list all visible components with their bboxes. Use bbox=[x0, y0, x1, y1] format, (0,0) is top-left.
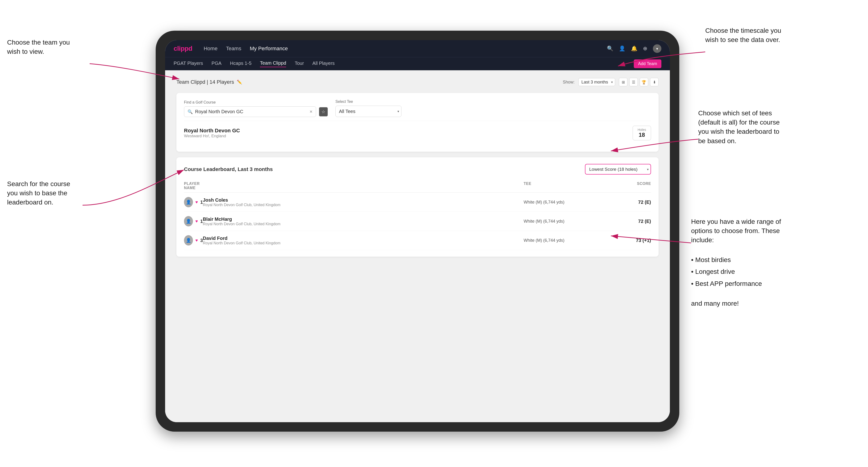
settings-icon[interactable]: ⊕ bbox=[643, 45, 647, 52]
download-button[interactable]: ⬇ bbox=[650, 78, 658, 86]
player-info-1: Josh Coles Royal North Devon Golf Club, … bbox=[203, 197, 524, 207]
course-result-location: Westward Ho!, England bbox=[184, 134, 240, 138]
person-icon[interactable]: 👤 bbox=[619, 45, 625, 52]
nav-icons: 🔍 👤 🔔 ⊕ ▾ bbox=[607, 44, 661, 53]
score-header: SCORE bbox=[604, 182, 651, 190]
course-search-input[interactable] bbox=[195, 109, 307, 115]
favorite-button[interactable]: ☆ bbox=[319, 107, 328, 117]
score-cell-2: 72 (E) bbox=[604, 219, 651, 224]
annotation-top-left: Choose the team youwish to view. bbox=[7, 38, 70, 56]
player-name-header: PLAYER NAME bbox=[184, 182, 203, 190]
bullet-item-3: Best APP performance bbox=[691, 278, 785, 290]
sub-nav-hcaps[interactable]: Hcaps 1-5 bbox=[230, 61, 251, 67]
player-club-2: Royal North Devon Golf Club, United King… bbox=[203, 222, 524, 226]
table-row: 👤 ♥ 1 Josh Coles Royal North Devon Golf … bbox=[184, 193, 651, 212]
leaderboard-title: Course Leaderboard, Last 3 months bbox=[184, 166, 273, 173]
team-controls: Show: Last 3 months ⊞ ☰ 🏆 ⬇ bbox=[563, 78, 658, 86]
app-logo: clippd bbox=[174, 45, 192, 52]
annotation-middle-right: Choose which set of tees (default is all… bbox=[698, 108, 783, 146]
holes-label: Holes bbox=[638, 128, 646, 132]
grid-view-button[interactable]: ⊞ bbox=[619, 78, 627, 86]
search-clear-icon[interactable]: ✕ bbox=[309, 110, 312, 114]
holes-value: 18 bbox=[639, 132, 645, 138]
player-rank-3: 👤 ♥ 3 bbox=[184, 235, 203, 246]
score-cell-1: 72 (E) bbox=[604, 199, 651, 205]
player-club-3: Royal North Devon Golf Club, United King… bbox=[203, 241, 524, 245]
tablet-frame: clippd Home Teams My Performance 🔍 👤 🔔 ⊕… bbox=[156, 31, 679, 432]
course-result: Royal North Devon GC Westward Ho!, Engla… bbox=[184, 121, 651, 145]
annotation-bottom-left: Search for the courseyou wish to base th… bbox=[7, 179, 70, 207]
player-club-1: Royal North Devon Golf Club, United King… bbox=[203, 203, 524, 207]
heart-icon-3[interactable]: ♥ bbox=[195, 238, 198, 243]
score-select-wrapper: Lowest Score (18 holes) bbox=[585, 164, 651, 175]
search-icon[interactable]: 🔍 bbox=[607, 45, 613, 52]
player-name-header-spacer bbox=[203, 182, 524, 190]
sub-nav-tour[interactable]: Tour bbox=[294, 61, 304, 67]
team-name: Team Clippd | 14 Players bbox=[177, 79, 234, 85]
leaderboard-table: PLAYER NAME TEE SCORE 👤 ♥ 1 Josh bbox=[184, 179, 651, 250]
player-avatar-1: 👤 bbox=[184, 197, 193, 207]
tee-select-wrapper: All Tees bbox=[335, 106, 401, 117]
search-input-wrapper: 🔍 ✕ bbox=[184, 106, 316, 117]
course-result-name: Royal North Devon GC bbox=[184, 128, 240, 134]
player-rank-2: 👤 ♥ 1 bbox=[184, 216, 203, 226]
main-content: Team Clippd | 14 Players ✏️ Show: Last 3… bbox=[165, 70, 670, 422]
course-search-row: Find a Golf Course 🔍 ✕ ☆ Select Tee bbox=[184, 99, 651, 117]
bullet-item-2: Longest drive bbox=[691, 266, 785, 278]
player-avatar-3: 👤 bbox=[184, 235, 193, 246]
course-search-group: Find a Golf Course 🔍 ✕ ☆ bbox=[184, 100, 328, 117]
time-period-select[interactable]: Last 3 months bbox=[578, 78, 615, 86]
user-avatar[interactable]: ▾ bbox=[653, 44, 661, 53]
tee-select-group: Select Tee All Tees bbox=[335, 99, 401, 117]
edit-team-icon[interactable]: ✏️ bbox=[237, 80, 242, 85]
player-info-2: Blair McHarg Royal North Devon Golf Club… bbox=[203, 217, 524, 226]
score-type-select[interactable]: Lowest Score (18 holes) bbox=[585, 164, 651, 175]
sub-nav-pga[interactable]: PGA bbox=[212, 61, 221, 67]
course-result-info: Royal North Devon GC Westward Ho!, Engla… bbox=[184, 128, 240, 138]
find-course-label: Find a Golf Course bbox=[184, 100, 328, 104]
bell-icon[interactable]: 🔔 bbox=[631, 45, 637, 52]
leaderboard-header: Course Leaderboard, Last 3 months Lowest… bbox=[184, 164, 651, 175]
nav-link-teams[interactable]: Teams bbox=[226, 45, 241, 52]
heart-icon-1[interactable]: ♥ bbox=[195, 200, 198, 205]
table-header: PLAYER NAME TEE SCORE bbox=[184, 179, 651, 193]
holes-badge: Holes 18 bbox=[632, 126, 651, 140]
leaderboard-card: Course Leaderboard, Last 3 months Lowest… bbox=[177, 157, 658, 257]
tee-header: TEE bbox=[524, 182, 604, 190]
rank-number-1: 1 bbox=[200, 199, 203, 205]
team-title-section: Team Clippd | 14 Players ✏️ bbox=[177, 79, 242, 85]
nav-link-my-performance[interactable]: My Performance bbox=[250, 45, 288, 52]
sub-nav: PGAT Players PGA Hcaps 1-5 Team Clippd T… bbox=[165, 57, 670, 70]
player-name-1: Josh Coles bbox=[203, 197, 524, 203]
add-team-button[interactable]: Add Team bbox=[634, 59, 661, 68]
search-icon-small: 🔍 bbox=[187, 109, 193, 115]
sub-nav-pgat[interactable]: PGAT Players bbox=[174, 61, 203, 67]
player-info-3: David Ford Royal North Devon Golf Club, … bbox=[203, 236, 524, 245]
heart-icon-2[interactable]: ♥ bbox=[195, 219, 198, 224]
player-avatar-2: 👤 bbox=[184, 216, 193, 226]
tee-select[interactable]: All Tees bbox=[335, 106, 401, 117]
time-period-select-wrapper: Last 3 months bbox=[578, 78, 615, 86]
annotation-bottom-right: Here you have a wide range of options to… bbox=[691, 217, 785, 308]
sub-nav-all-players[interactable]: All Players bbox=[312, 61, 335, 67]
sub-nav-team-clippd[interactable]: Team Clippd bbox=[260, 60, 286, 67]
score-cell-3: 73 (+1) bbox=[604, 238, 651, 243]
rank-number-3: 3 bbox=[200, 238, 203, 243]
trophy-view-button[interactable]: 🏆 bbox=[640, 78, 648, 86]
player-rank-1: 👤 ♥ 1 bbox=[184, 197, 203, 207]
nav-bar: clippd Home Teams My Performance 🔍 👤 🔔 ⊕… bbox=[165, 40, 670, 57]
tee-cell-3: White (M) (6,744 yds) bbox=[524, 238, 604, 243]
nav-link-home[interactable]: Home bbox=[204, 45, 217, 52]
team-header: Team Clippd | 14 Players ✏️ Show: Last 3… bbox=[177, 78, 658, 86]
bullet-item-1: Most birdies bbox=[691, 254, 785, 266]
annotation-top-right: Choose the timescale youwish to see the … bbox=[705, 26, 781, 44]
tablet-screen: clippd Home Teams My Performance 🔍 👤 🔔 ⊕… bbox=[165, 40, 670, 422]
table-row: 👤 ♥ 1 Blair McHarg Royal North Devon Gol… bbox=[184, 212, 651, 231]
show-label: Show: bbox=[563, 80, 575, 85]
nav-links: Home Teams My Performance bbox=[204, 45, 607, 52]
table-row: 👤 ♥ 3 David Ford Royal North Devon Golf … bbox=[184, 231, 651, 250]
list-view-button[interactable]: ☰ bbox=[629, 78, 638, 86]
player-name-2: Blair McHarg bbox=[203, 217, 524, 222]
rank-number-2: 1 bbox=[200, 219, 203, 224]
tee-cell-2: White (M) (6,744 yds) bbox=[524, 219, 604, 224]
